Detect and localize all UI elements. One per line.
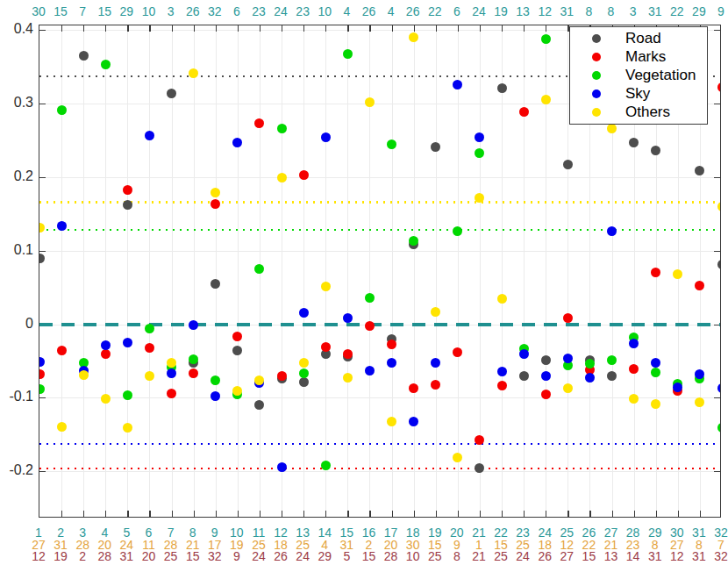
bottom-axis-label-row3: 15 — [362, 549, 376, 563]
legend: Road Marks Vegetation Sky Others — [569, 26, 708, 125]
point-road — [629, 138, 639, 147]
bottom-axis-label-row3: 29 — [318, 549, 332, 563]
bottom-axis-label-row3: 32 — [208, 549, 222, 563]
x-tick — [260, 25, 261, 32]
top-axis-label: 6 — [233, 4, 240, 18]
point-vegetation — [254, 264, 264, 274]
figure: -0.2-0.100.10.20.30.4 301571529103263262… — [0, 0, 728, 565]
bottom-axis-label-row3: 9 — [233, 549, 240, 563]
x-tick — [480, 511, 481, 517]
point-marks — [211, 199, 220, 209]
point-road — [497, 83, 507, 93]
x-tick — [216, 511, 217, 517]
point-road — [39, 254, 45, 263]
x-tick — [656, 511, 657, 517]
point-sky — [299, 308, 309, 318]
y-tick-label: -0.1 — [0, 389, 33, 404]
x-tick — [149, 25, 150, 32]
point-road — [79, 51, 89, 61]
bottom-axis-label-row3: 12 — [670, 549, 684, 563]
x-tick — [282, 25, 282, 32]
point-others — [123, 423, 132, 433]
bottom-axis-label-row3: 31 — [120, 549, 134, 563]
bottom-axis-label-row3: 12 — [32, 549, 46, 563]
x-tick — [238, 25, 239, 32]
top-axis-label: 15 — [54, 4, 68, 18]
point-sky — [387, 358, 396, 368]
point-marks — [629, 364, 639, 374]
bottom-axis-label-row3: 25 — [494, 549, 508, 563]
point-road — [717, 260, 722, 269]
y-tick — [39, 104, 46, 104]
top-axis-label: 10 — [318, 4, 332, 18]
point-marks — [299, 170, 309, 180]
point-others — [695, 397, 704, 407]
legend-label-vegetation: Vegetation — [625, 67, 696, 84]
point-marks — [123, 185, 132, 195]
point-vegetation — [211, 375, 220, 385]
sky-marker-icon — [592, 89, 601, 98]
top-axis-label: 29 — [692, 4, 706, 18]
x-tick — [194, 511, 195, 517]
y-gridline — [39, 471, 720, 472]
bottom-axis-label-row3: 13 — [604, 549, 618, 563]
top-axis-label: 26 — [362, 4, 376, 18]
bottom-axis-label-row3: 28 — [384, 549, 398, 563]
point-vegetation — [57, 105, 67, 115]
x-tick — [127, 25, 128, 32]
y-tick-label: 0.3 — [0, 95, 33, 111]
bottom-axis-label-row3: 21 — [472, 549, 486, 563]
point-marks — [145, 343, 154, 353]
x-tick — [61, 511, 62, 517]
threshold-dotted-line — [39, 443, 720, 445]
y-tick-label: -0.2 — [0, 462, 33, 478]
x-tick — [105, 25, 106, 32]
x-tick — [612, 511, 613, 517]
point-others — [563, 383, 573, 393]
point-marks — [57, 346, 67, 355]
threshold-dotted-line — [39, 468, 720, 469]
point-others — [541, 95, 551, 104]
point-vegetation — [145, 324, 154, 333]
top-axis-label: 23 — [296, 4, 310, 18]
y-tick-label: 0 — [0, 316, 33, 332]
point-road — [563, 160, 573, 169]
x-tick — [61, 25, 62, 32]
legend-entry-road: Road — [570, 30, 707, 47]
x-tick — [524, 25, 525, 32]
point-marks — [717, 82, 722, 92]
top-axis-label: 8 — [586, 4, 593, 18]
point-others — [607, 124, 617, 133]
x-tick — [524, 511, 525, 517]
point-others — [211, 188, 220, 197]
bottom-axis-label-row3: 32 — [714, 549, 728, 563]
point-marks — [409, 383, 418, 393]
y-gridline — [39, 177, 720, 178]
x-tick — [392, 511, 393, 517]
top-axis-label: 3 — [168, 4, 175, 18]
point-road — [695, 166, 704, 175]
x-tick — [83, 25, 84, 32]
legend-entry-sky: Sky — [570, 85, 707, 103]
x-tick — [238, 511, 239, 517]
top-axis-label: 9 — [717, 4, 724, 18]
threshold-dotted-line — [39, 201, 720, 203]
top-axis-label: 32 — [208, 4, 222, 18]
point-vegetation — [101, 60, 111, 69]
point-vegetation — [123, 390, 132, 400]
x-tick — [458, 25, 459, 32]
top-axis-label: 10 — [142, 4, 156, 18]
point-road — [651, 146, 660, 155]
y-tick — [714, 30, 720, 31]
legend-entry-vegetation: Vegetation — [570, 67, 707, 84]
bottom-axis-label-row3: 26 — [538, 549, 552, 563]
point-road — [211, 279, 220, 289]
point-sky — [211, 391, 220, 401]
x-tick — [502, 25, 503, 32]
point-sky — [123, 338, 132, 347]
point-road — [299, 377, 309, 387]
x-tick — [127, 511, 128, 517]
point-sky — [189, 320, 198, 330]
point-marks — [541, 390, 551, 399]
point-sky — [232, 138, 242, 147]
